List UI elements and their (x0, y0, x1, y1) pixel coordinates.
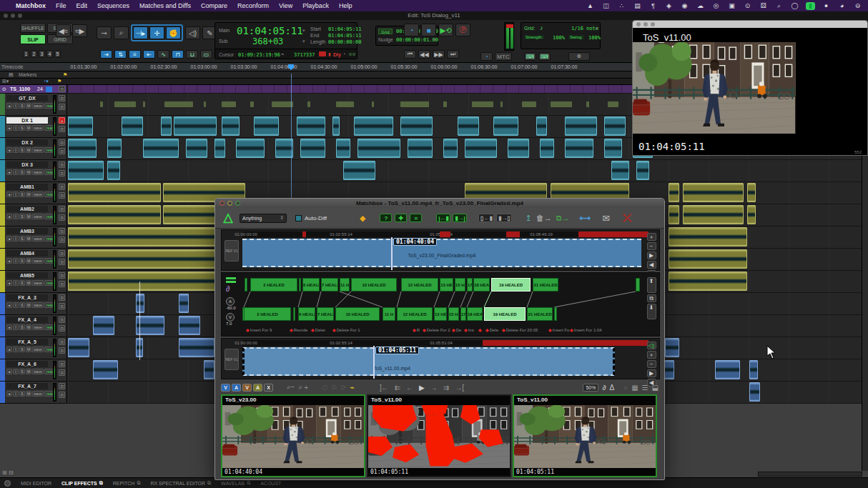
change-marker[interactable]: ◆Delete For 1 (332, 327, 360, 332)
mtc-button[interactable]: MTC (495, 52, 512, 61)
track-btn-I[interactable]: I (13, 302, 19, 308)
track-header[interactable]: FX_A_7●ISMwaveread⊡⊡ (0, 382, 67, 404)
track-name[interactable]: FX_A_3 (6, 294, 48, 301)
matchbox-traffic-lights[interactable]: ⊗ ⊖ ⊕ (220, 201, 240, 206)
zoom-toggle-icons[interactable]: ⊞ ⊟ (2, 469, 14, 476)
track-btn-I[interactable]: I (13, 391, 19, 397)
healed-segment[interactable] (299, 278, 301, 292)
bottom-tab-wavelab[interactable]: WAVELAB⧉ (221, 480, 250, 486)
waveform-view-selector[interactable]: wave (32, 302, 44, 308)
audio-clip[interactable] (669, 227, 747, 247)
nudge-match-right-icon[interactable]: ▮→▯ (496, 214, 512, 222)
waveform-view-selector[interactable]: wave (32, 280, 44, 286)
change-marker[interactable]: ◆Insert For 1:04 (570, 327, 602, 332)
audio-clip[interactable] (604, 139, 622, 158)
track-btn-M[interactable]: M (26, 258, 31, 264)
track-header[interactable]: DX 2●ISMwaveread⊡⊡ (0, 138, 67, 160)
track-btn-I[interactable]: I (13, 147, 19, 153)
grid-toggle[interactable]: Grid (378, 29, 393, 34)
online-sync-button[interactable]: ◔ (480, 52, 493, 61)
audio-clip[interactable] (636, 161, 649, 180)
match-action-1[interactable]: ✚ (395, 214, 407, 222)
zoom-in-icon[interactable]: ＋ (647, 233, 656, 241)
zoom-preset-1[interactable]: 1 (23, 50, 29, 58)
track-btn-S[interactable]: S (19, 347, 25, 352)
audio-clip[interactable] (68, 205, 161, 224)
audio-clip[interactable] (222, 101, 236, 107)
insert-icon[interactable]: ⊡ (59, 392, 65, 398)
audio-clip[interactable] (357, 139, 400, 158)
auto-diff-checkbox[interactable] (295, 215, 302, 221)
healed-segment[interactable]: 13 HE (434, 307, 447, 321)
bottom-tab-acoust[interactable]: ACOUST (260, 481, 281, 486)
track-btn-I[interactable]: I (13, 324, 19, 330)
zoom-in-mag-icon[interactable]: ⌕＋ (298, 382, 310, 392)
status-icon-11[interactable]: ⚄ (759, 2, 768, 9)
zoom-in-tool[interactable]: ≈▶ (72, 24, 87, 37)
fast-fwd-icon[interactable]: ⇉ (443, 384, 449, 392)
menu-item-edit[interactable]: Edit (77, 2, 88, 9)
record-enable-icon[interactable]: ● (59, 117, 65, 124)
track-btn-●[interactable]: ● (6, 391, 12, 397)
envelope-icon[interactable]: ✉ (602, 213, 610, 224)
track-btn-S[interactable]: S (19, 369, 25, 374)
merge-up-icon[interactable]: ↥ (525, 214, 531, 223)
audio-clip[interactable] (93, 316, 114, 335)
track-eye-icon[interactable]: ⊙ (2, 86, 6, 92)
status-icon-1[interactable]: ◫ (601, 2, 611, 9)
waveform-view-selector[interactable]: wave (32, 191, 44, 197)
track-btn-M[interactable]: M (26, 369, 31, 374)
audio-clip[interactable] (372, 101, 374, 107)
change-marker[interactable]: ◆Delet (311, 327, 325, 332)
grabber-tool-icon[interactable]: ✊ (166, 26, 181, 39)
video-window[interactable]: ToS_v11.00 01:04:05:11 552 (632, 20, 868, 156)
healed-segment[interactable]: 6 HEALE (302, 278, 320, 292)
video-window-titlebar[interactable] (633, 21, 867, 28)
status-icon-13[interactable]: ◯ (790, 2, 799, 9)
online-button[interactable]: ◔ (404, 24, 419, 36)
play-back-icon[interactable]: ◀ (647, 261, 656, 269)
audio-clip[interactable] (608, 101, 618, 107)
track-btn-I[interactable]: I (13, 214, 19, 219)
status-icon-2[interactable]: ∴ (617, 2, 626, 9)
audio-clip[interactable] (297, 116, 325, 136)
audio-clip[interactable] (443, 101, 447, 107)
reference-clip[interactable]: ToS_v23.00_FinalGraded.mp4 (242, 239, 641, 267)
audio-clip[interactable] (336, 139, 350, 158)
rewind-button[interactable]: ◀◀ (418, 50, 430, 59)
menu-item-sequences[interactable]: Sequences (97, 2, 129, 9)
go-end-button[interactable]: ⏭ (447, 50, 459, 59)
zoomer-tool-icon[interactable]: ⊸ (97, 26, 112, 39)
ffwd-button[interactable]: ▶▶ (433, 50, 445, 59)
track-btn-●[interactable]: ● (6, 369, 12, 374)
zoom-out-mag-icon[interactable]: ⌕− (287, 383, 295, 392)
waveform-view-selector[interactable]: wave (32, 324, 44, 330)
healed-segment[interactable]: 15 HE (448, 307, 459, 321)
output-window-icon[interactable]: ⊡ (59, 339, 65, 345)
match-action-0[interactable]: ? (380, 214, 392, 222)
record-button[interactable]: Ⓟ (455, 24, 470, 36)
play-loop-button[interactable]: ▶⟲ (438, 24, 453, 36)
healed-segment[interactable]: 15 HE (455, 278, 465, 292)
magnifier-tool-icon[interactable]: ⌕ (114, 26, 129, 39)
audio-clip[interactable] (204, 101, 206, 107)
output-window-icon[interactable]: ⊡ (59, 95, 65, 101)
audio-clip[interactable] (354, 116, 393, 136)
audio-clip[interactable] (272, 101, 293, 107)
audio-clip[interactable] (604, 116, 626, 136)
audio-clip[interactable] (332, 116, 340, 136)
track-btn-M[interactable]: M (26, 302, 31, 308)
status-icon-14[interactable]: ▮ (806, 2, 815, 10)
swing-value[interactable]: 100% (588, 35, 601, 41)
menu-item-file[interactable]: File (56, 2, 66, 9)
edit-function-icon-0[interactable]: ⇥ (100, 50, 112, 59)
track-btn-●[interactable]: ● (6, 258, 12, 264)
audio-clip[interactable] (300, 139, 325, 158)
track-btn-S[interactable]: S (19, 302, 25, 308)
change-marker[interactable]: ◆De (452, 327, 461, 332)
healed-segment[interactable]: 12 HEALED (397, 307, 433, 321)
banana-jog-icon[interactable]: ⌁ (350, 383, 355, 392)
audio-clip[interactable] (343, 161, 375, 180)
track-btn-M[interactable]: M (26, 214, 31, 219)
audio-clip[interactable] (443, 139, 458, 158)
